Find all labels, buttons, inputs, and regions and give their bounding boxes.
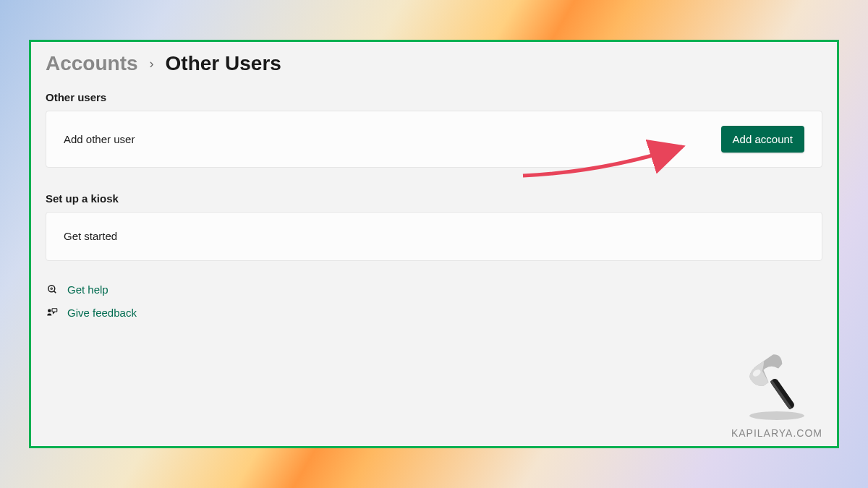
settings-panel: Accounts › Other Users Other users Add o… (29, 40, 839, 448)
svg-point-3 (48, 309, 51, 313)
hammer-icon (737, 349, 817, 421)
add-account-button[interactable]: Add account (721, 126, 804, 153)
chevron-right-icon: › (150, 56, 154, 72)
give-feedback-row[interactable]: Give feedback (46, 306, 822, 319)
add-other-user-label: Add other user (64, 133, 135, 145)
feedback-icon (46, 306, 59, 319)
get-help-link[interactable]: Get help (67, 283, 109, 296)
svg-point-5 (749, 411, 804, 420)
get-help-row[interactable]: ? Get help (46, 283, 822, 296)
breadcrumb-parent[interactable]: Accounts (46, 52, 138, 75)
breadcrumb-current: Other Users (166, 52, 281, 75)
kiosk-get-started-card[interactable]: Get started (46, 212, 822, 261)
breadcrumb: Accounts › Other Users (46, 52, 822, 75)
section-header-kiosk: Set up a kiosk (46, 192, 822, 205)
watermark: KAPILARYA.COM (731, 349, 822, 439)
section-header-other-users: Other users (46, 91, 822, 103)
add-other-user-card: Add other user Add account (46, 111, 822, 168)
svg-text:?: ? (51, 288, 52, 291)
kiosk-get-started-label: Get started (64, 230, 117, 242)
svg-rect-4 (52, 309, 57, 312)
help-icon: ? (46, 283, 59, 296)
svg-rect-7 (770, 380, 792, 410)
watermark-text: KAPILARYA.COM (731, 427, 822, 439)
give-feedback-link[interactable]: Give feedback (67, 307, 137, 319)
